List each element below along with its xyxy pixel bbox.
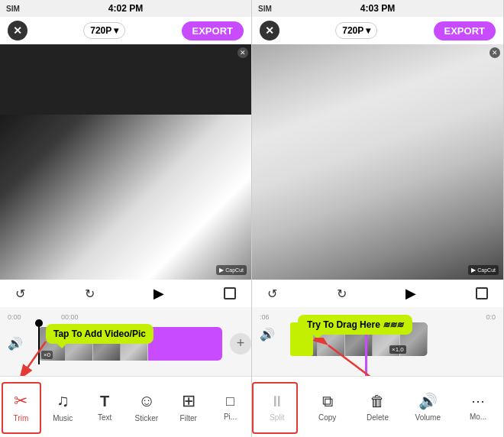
export-button-right[interactable]: EXPORT [434,21,496,40]
fullscreen-icon-left[interactable] [224,287,236,299]
resolution-button-right[interactable]: 720P ▾ [335,22,377,39]
sim-right-left: SIM [258,5,272,13]
split-icon: ⏸ [270,393,285,410]
mo-label: Mo... [470,413,486,421]
tool-mo[interactable]: ⋯ Mo... [453,393,503,421]
copy-label: Copy [318,413,336,422]
tool-text[interactable]: T Text [84,393,126,422]
timeline-left: 0:00 00:00 🔊 ×0 + Tap To Add Video/Pic [0,307,251,376]
time-right: 4:03 PM [360,3,395,14]
left-panel: SIM 4:02 PM ✕ 720P ▾ EXPORT ✕ ▶CapCut ↺ … [0,0,252,437]
sticker-label: Sticker [135,414,159,422]
tool-split[interactable]: ⏸ Split [252,393,302,422]
close-circle-right[interactable]: ✕ [489,47,500,58]
tool-trim[interactable]: ✂ Trim [0,391,42,422]
redo-icon-right[interactable]: ↻ [337,286,347,301]
tool-copy[interactable]: ⧉ Copy [302,393,353,422]
resolution-button-left[interactable]: 720P ▾ [83,22,125,39]
clip-counter-left: ×0 [41,351,53,359]
tool-pic[interactable]: □ Pi... [209,393,251,421]
time-mark-r2: 0:0 [486,313,496,321]
tool-volume[interactable]: 🔊 Volume [402,392,453,422]
sim-left: SIM [6,5,20,13]
filter-icon: ⊞ [182,391,195,411]
pic-icon: □ [226,393,234,409]
clip-scale-label: ×1.0 [389,345,406,354]
close-button-right[interactable]: ✕ [260,21,279,40]
tooltip-drag: Try To Drag Here ≋≋≋ [298,315,412,335]
text-label: Text [98,413,111,422]
tool-delete[interactable]: 🗑 Delete [353,393,403,422]
status-bar-left: SIM 4:02 PM [0,0,251,17]
filter-label: Filter [180,414,197,422]
music-label: Music [53,414,73,422]
time-mark-r0: :06 [260,313,270,321]
sticker-icon: ☺ [138,391,155,411]
add-clip-button[interactable]: + [230,333,251,354]
timeline-right: :06 4 0:0 🔊 6.7s ×1.0 Try To Drag Here ≋… [252,307,503,376]
bottom-toolbar-left: ✂ Trim ♫ Music T Text ☺ Sticker ⊞ Filter… [0,376,251,437]
copy-icon: ⧉ [322,393,333,410]
volume-icon-right: 🔊 [260,327,275,342]
play-button-left[interactable]: ▶ [153,285,164,302]
split-label: Split [270,413,284,422]
playback-bar-left: ↺ ↻ ▶ [0,280,251,307]
trim-label: Trim [14,414,29,422]
tool-sticker[interactable]: ☺ Sticker [125,391,167,422]
playhead-left [38,322,40,364]
close-button-left[interactable]: ✕ [8,21,27,40]
watermark-right: ▶CapCut [468,265,499,275]
car-image-right [252,44,503,280]
export-button-left[interactable]: EXPORT [182,21,244,40]
redo-icon-left[interactable]: ↻ [85,286,95,301]
volume-label: Volume [415,413,441,422]
fullscreen-icon-right[interactable] [476,287,488,299]
volume-icon-left: 🔊 [8,336,23,351]
bottom-toolbar-right: ⏸ Split ⧉ Copy 🗑 Delete 🔊 Volume ⋯ Mo... [252,376,503,437]
playback-bar-right: ↺ ↻ ▶ [252,280,503,307]
mo-icon: ⋯ [471,393,485,409]
time-left: 4:02 PM [108,3,143,14]
tool-filter[interactable]: ⊞ Filter [167,391,209,422]
time-mark-mid: 00:00 [61,313,79,321]
video-preview-right: ✕ ▶CapCut [252,44,503,280]
car-image-left [0,115,251,280]
tool-music[interactable]: ♫ Music [42,391,84,422]
time-mark-0: 0:00 [8,313,21,321]
top-toolbar-left: ✕ 720P ▾ EXPORT [0,17,251,44]
text-icon: T [100,393,109,410]
volume-icon-tool: 🔊 [418,392,438,410]
pic-label: Pi... [224,413,237,421]
music-icon: ♫ [57,391,69,411]
undo-icon-left[interactable]: ↺ [15,286,25,301]
top-toolbar-right: ✕ 720P ▾ EXPORT [252,17,503,44]
video-preview-left: ✕ ▶CapCut [0,44,251,280]
right-panel: SIM 4:03 PM ✕ 720P ▾ EXPORT ✕ ▶CapCut ↺ … [252,0,504,437]
delete-label: Delete [367,413,389,422]
play-button-right[interactable]: ▶ [405,285,416,302]
watermark-left: ▶CapCut [216,265,247,275]
close-circle-left[interactable]: ✕ [237,47,248,58]
status-bar-right: SIM 4:03 PM [252,0,503,17]
undo-icon-right[interactable]: ↺ [267,286,277,301]
trim-icon: ✂ [14,391,27,411]
tooltip-add-video: Tap To Add Video/Pic [46,324,153,344]
delete-icon: 🗑 [370,393,385,410]
